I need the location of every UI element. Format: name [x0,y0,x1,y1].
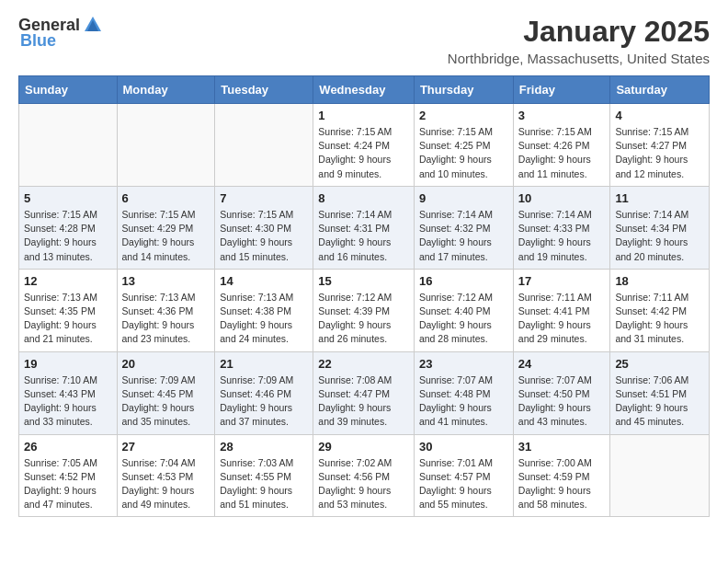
calendar-cell [610,434,710,517]
day-number: 17 [518,274,606,288]
day-info: Sunrise: 7:11 AM Sunset: 4:41 PM Dayligh… [518,291,606,347]
calendar-cell [19,104,118,187]
day-number: 4 [615,109,704,122]
day-number: 23 [419,357,508,371]
day-number: 8 [318,191,409,205]
day-info: Sunrise: 7:11 AM Sunset: 4:42 PM Dayligh… [615,291,704,347]
day-info: Sunrise: 7:10 AM Sunset: 4:43 PM Dayligh… [24,373,112,430]
calendar-cell: 9Sunrise: 7:14 AM Sunset: 4:32 PM Daylig… [414,186,513,269]
day-info: Sunrise: 7:14 AM Sunset: 4:34 PM Dayligh… [615,208,704,264]
day-info: Sunrise: 7:12 AM Sunset: 4:39 PM Dayligh… [318,291,409,347]
location-title: Northbridge, Massachusetts, United State… [448,51,710,66]
day-info: Sunrise: 7:02 AM Sunset: 4:56 PM Dayligh… [318,456,409,512]
logo-icon [83,15,103,35]
calendar-cell [117,104,215,187]
calendar-cell: 8Sunrise: 7:14 AM Sunset: 4:31 PM Daylig… [313,186,415,269]
day-info: Sunrise: 7:06 AM Sunset: 4:51 PM Dayligh… [615,373,704,430]
day-info: Sunrise: 7:09 AM Sunset: 4:46 PM Dayligh… [220,373,308,430]
calendar-cell: 4Sunrise: 7:15 AM Sunset: 4:27 PM Daylig… [610,104,710,187]
calendar-cell: 3Sunrise: 7:15 AM Sunset: 4:26 PM Daylig… [513,104,610,187]
col-header-tuesday: Tuesday [215,76,313,104]
day-info: Sunrise: 7:13 AM Sunset: 4:36 PM Dayligh… [122,291,210,347]
calendar-cell: 16Sunrise: 7:12 AM Sunset: 4:40 PM Dayli… [414,269,513,351]
col-header-saturday: Saturday [610,76,710,104]
calendar-week-row: 1Sunrise: 7:15 AM Sunset: 4:24 PM Daylig… [19,104,710,187]
calendar-cell: 20Sunrise: 7:09 AM Sunset: 4:45 PM Dayli… [117,351,215,434]
calendar-cell: 27Sunrise: 7:04 AM Sunset: 4:53 PM Dayli… [117,434,215,517]
calendar-cell: 26Sunrise: 7:05 AM Sunset: 4:52 PM Dayli… [19,434,118,517]
calendar-cell [215,104,313,187]
calendar-cell: 5Sunrise: 7:15 AM Sunset: 4:28 PM Daylig… [19,186,118,269]
calendar-cell: 30Sunrise: 7:01 AM Sunset: 4:57 PM Dayli… [414,434,513,517]
day-info: Sunrise: 7:13 AM Sunset: 4:38 PM Dayligh… [220,291,308,347]
calendar-cell: 11Sunrise: 7:14 AM Sunset: 4:34 PM Dayli… [610,186,710,269]
calendar-week-row: 19Sunrise: 7:10 AM Sunset: 4:43 PM Dayli… [19,351,710,434]
calendar-header-row: SundayMondayTuesdayWednesdayThursdayFrid… [19,76,710,104]
day-number: 29 [318,440,409,454]
day-number: 12 [24,274,112,288]
day-info: Sunrise: 7:14 AM Sunset: 4:31 PM Dayligh… [318,208,409,264]
day-info: Sunrise: 7:15 AM Sunset: 4:26 PM Dayligh… [518,125,606,181]
month-title: January 2025 [448,15,710,49]
col-header-friday: Friday [513,76,610,104]
page: General Blue January 2025 Northbridge, M… [0,0,728,532]
calendar-cell: 12Sunrise: 7:13 AM Sunset: 4:35 PM Dayli… [19,269,118,351]
col-header-monday: Monday [117,76,215,104]
day-info: Sunrise: 7:08 AM Sunset: 4:47 PM Dayligh… [318,373,409,430]
calendar-cell: 18Sunrise: 7:11 AM Sunset: 4:42 PM Dayli… [610,269,710,351]
day-number: 30 [419,440,508,454]
calendar-cell: 15Sunrise: 7:12 AM Sunset: 4:39 PM Dayli… [313,269,415,351]
calendar-cell: 13Sunrise: 7:13 AM Sunset: 4:36 PM Dayli… [117,269,215,351]
calendar-cell: 25Sunrise: 7:06 AM Sunset: 4:51 PM Dayli… [610,351,710,434]
day-info: Sunrise: 7:12 AM Sunset: 4:40 PM Dayligh… [419,291,508,347]
calendar-cell: 23Sunrise: 7:07 AM Sunset: 4:48 PM Dayli… [414,351,513,434]
day-info: Sunrise: 7:14 AM Sunset: 4:32 PM Dayligh… [419,208,508,264]
day-number: 9 [419,191,508,205]
day-number: 20 [122,357,210,371]
day-number: 15 [318,274,409,288]
calendar-cell: 29Sunrise: 7:02 AM Sunset: 4:56 PM Dayli… [313,434,415,517]
day-number: 5 [24,191,112,205]
logo: General Blue [18,15,104,51]
day-number: 16 [419,274,508,288]
day-info: Sunrise: 7:15 AM Sunset: 4:25 PM Dayligh… [419,125,508,181]
day-number: 19 [24,357,112,371]
col-header-sunday: Sunday [19,76,118,104]
day-info: Sunrise: 7:13 AM Sunset: 4:35 PM Dayligh… [24,291,112,347]
day-info: Sunrise: 7:15 AM Sunset: 4:29 PM Dayligh… [122,208,210,264]
calendar-week-row: 26Sunrise: 7:05 AM Sunset: 4:52 PM Dayli… [19,434,710,517]
logo-blue-text: Blue [20,31,56,51]
day-number: 3 [518,109,606,122]
header: General Blue January 2025 Northbridge, M… [18,15,710,66]
calendar-cell: 21Sunrise: 7:09 AM Sunset: 4:46 PM Dayli… [215,351,313,434]
day-number: 21 [220,357,308,371]
calendar-cell: 1Sunrise: 7:15 AM Sunset: 4:24 PM Daylig… [313,104,415,187]
day-info: Sunrise: 7:09 AM Sunset: 4:45 PM Dayligh… [122,373,210,430]
col-header-wednesday: Wednesday [313,76,415,104]
calendar-cell: 19Sunrise: 7:10 AM Sunset: 4:43 PM Dayli… [19,351,118,434]
calendar-cell: 17Sunrise: 7:11 AM Sunset: 4:41 PM Dayli… [513,269,610,351]
day-number: 22 [318,357,409,371]
col-header-thursday: Thursday [414,76,513,104]
day-number: 11 [615,191,704,205]
day-number: 28 [220,440,308,454]
calendar-cell: 6Sunrise: 7:15 AM Sunset: 4:29 PM Daylig… [117,186,215,269]
day-number: 13 [122,274,210,288]
calendar-cell: 28Sunrise: 7:03 AM Sunset: 4:55 PM Dayli… [215,434,313,517]
calendar-cell: 14Sunrise: 7:13 AM Sunset: 4:38 PM Dayli… [215,269,313,351]
day-number: 1 [318,109,409,122]
day-info: Sunrise: 7:15 AM Sunset: 4:27 PM Dayligh… [615,125,704,181]
day-number: 26 [24,440,112,454]
calendar-week-row: 12Sunrise: 7:13 AM Sunset: 4:35 PM Dayli… [19,269,710,351]
day-number: 6 [122,191,210,205]
title-block: January 2025 Northbridge, Massachusetts,… [448,15,710,66]
day-number: 2 [419,109,508,122]
day-number: 24 [518,357,606,371]
day-number: 7 [220,191,308,205]
day-number: 25 [615,357,704,371]
calendar-cell: 22Sunrise: 7:08 AM Sunset: 4:47 PM Dayli… [313,351,415,434]
day-number: 18 [615,274,704,288]
day-number: 10 [518,191,606,205]
day-info: Sunrise: 7:15 AM Sunset: 4:30 PM Dayligh… [220,208,308,264]
calendar-week-row: 5Sunrise: 7:15 AM Sunset: 4:28 PM Daylig… [19,186,710,269]
